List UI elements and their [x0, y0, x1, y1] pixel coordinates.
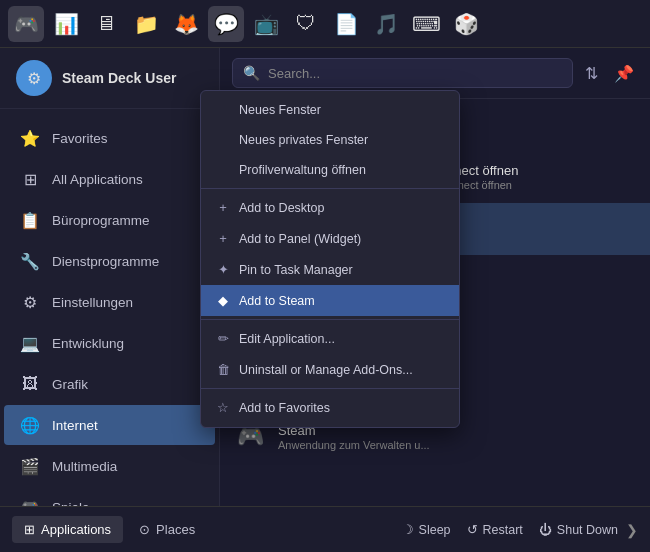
ctx-item-add-to-favorites[interactable]: ☆Add to Favorites	[201, 392, 459, 423]
sidebar-item-einstellungen[interactable]: ⚙ Einstellungen	[4, 282, 215, 322]
firefox-icon[interactable]: 🦊	[168, 6, 204, 42]
ctx-item-uninstall-or-manage-add-ons[interactable]: 🗑Uninstall or Manage Add-Ons...	[201, 354, 459, 385]
steam-deck-icon[interactable]: 🎮	[8, 6, 44, 42]
sidebar: ⚙ Steam Deck User ⭐ Favorites⊞ All Appli…	[0, 48, 220, 506]
sidebar-icon-9: 🎮	[20, 497, 40, 506]
ctx-label-1: Neues privates Fenster	[239, 133, 368, 147]
bottom-tab-icon-0: ⊞	[24, 522, 35, 537]
content-area: 🔍 ⇅ 📌 💬 Discord Internet Messenger 📱 Ein…	[220, 48, 650, 506]
search-input[interactable]	[268, 66, 562, 81]
bottom-action-label-1: Restart	[483, 523, 523, 537]
ctx-item-neues-fenster[interactable]: Neues Fenster	[201, 95, 459, 125]
sidebar-item-grafik[interactable]: 🖼 Grafik	[4, 364, 215, 404]
ctx-label-5: Add to Panel (Widget)	[239, 232, 361, 246]
taskbar: 🎮📊🖥📁🦊💬📺🛡📄🎵⌨🎲	[0, 0, 650, 48]
pin-button[interactable]: 📌	[610, 60, 638, 87]
app-desc-6: Anwendung zum Verwalten u...	[278, 439, 636, 451]
sidebar-label-9: Spiele	[52, 500, 90, 507]
terminal-icon[interactable]: ⌨	[408, 6, 444, 42]
sidebar-icon-5: 💻	[20, 333, 40, 353]
sidebar-label-5: Entwicklung	[52, 336, 124, 351]
discord-icon[interactable]: 💬	[208, 6, 244, 42]
sidebar-label-7: Internet	[52, 418, 98, 433]
bottom-action-icon-0: ☽	[402, 522, 414, 537]
bottom-chevron-icon[interactable]: ❯	[626, 522, 638, 538]
bottom-actions: ☽ Sleep↺ Restart⏻ Shut Down	[402, 522, 618, 537]
sidebar-item-internet[interactable]: 🌐 Internet	[4, 405, 215, 445]
sidebar-item-spiele[interactable]: 🎮 Spiele	[4, 487, 215, 506]
ctx-label-0: Neues Fenster	[239, 103, 321, 117]
sidebar-icon-7: 🌐	[20, 415, 40, 435]
ctx-label-4: Add to Desktop	[239, 201, 324, 215]
sidebar-label-8: Multimedia	[52, 459, 117, 474]
ctx-separator-8	[201, 319, 459, 320]
search-icon: 🔍	[243, 65, 260, 81]
sidebar-label-3: Dienstprogramme	[52, 254, 159, 269]
ctx-item-edit-application[interactable]: ✏Edit Application...	[201, 323, 459, 354]
bottom-tab-applications[interactable]: ⊞ Applications	[12, 516, 123, 543]
bottom-action-icon-2: ⏻	[539, 523, 552, 537]
sidebar-item-favorites[interactable]: ⭐ Favorites	[4, 118, 215, 158]
ctx-icon-6: ✦	[215, 262, 231, 277]
user-header: ⚙ Steam Deck User	[0, 48, 219, 109]
sidebar-item-multimedia[interactable]: 🎬 Multimedia	[4, 446, 215, 486]
bottom-action-label-0: Sleep	[419, 523, 451, 537]
sidebar-item-entwicklung[interactable]: 💻 Entwicklung	[4, 323, 215, 363]
sidebar-icon-6: 🖼	[20, 374, 40, 394]
sidebar-icon-0: ⭐	[20, 128, 40, 148]
sidebar-label-0: Favorites	[52, 131, 108, 146]
context-menu: Neues FensterNeues privates FensterProfi…	[200, 90, 460, 428]
sidebar-item-büroprogramme[interactable]: 📋 Büroprogramme	[4, 200, 215, 240]
filter-button[interactable]: ⇅	[581, 60, 602, 87]
bottom-action-restart[interactable]: ↺ Restart	[467, 522, 523, 537]
ctx-item-profilverwaltung-öffnen[interactable]: Profilverwaltung öffnen	[201, 155, 459, 185]
bottom-bar: ⊞ Applications⊙ Places ☽ Sleep↺ Restart⏻…	[0, 506, 650, 552]
sidebar-icon-4: ⚙	[20, 292, 40, 312]
bottom-action-sleep[interactable]: ☽ Sleep	[402, 522, 451, 537]
sidebar-item-all-applications[interactable]: ⊞ All Applications	[4, 159, 215, 199]
ctx-label-7: Add to Steam	[239, 294, 315, 308]
screen-icon[interactable]: 📺	[248, 6, 284, 42]
file-icon[interactable]: 📄	[328, 6, 364, 42]
ctx-icon-7: ◆	[215, 293, 231, 308]
ctx-label-9: Edit Application...	[239, 332, 335, 346]
user-name: Steam Deck User	[62, 70, 176, 86]
sidebar-icon-2: 📋	[20, 210, 40, 230]
ctx-label-2: Profilverwaltung öffnen	[239, 163, 366, 177]
ctx-label-6: Pin to Task Manager	[239, 263, 353, 277]
sidebar-icon-1: ⊞	[20, 169, 40, 189]
sidebar-label-1: All Applications	[52, 172, 143, 187]
search-input-wrap[interactable]: 🔍	[232, 58, 573, 88]
bottom-action-label-2: Shut Down	[557, 523, 618, 537]
ctx-label-12: Add to Favorites	[239, 401, 330, 415]
ctx-icon-10: 🗑	[215, 362, 231, 377]
ctx-item-add-to-panel-(widget)[interactable]: +Add to Panel (Widget)	[201, 223, 459, 254]
shield-icon[interactable]: 🛡	[288, 6, 324, 42]
ctx-separator-11	[201, 388, 459, 389]
steam-icon[interactable]: 🎲	[448, 6, 484, 42]
ctx-icon-9: ✏	[215, 331, 231, 346]
ctx-icon-12: ☆	[215, 400, 231, 415]
ctx-icon-4: +	[215, 200, 231, 215]
sidebar-label-2: Büroprogramme	[52, 213, 150, 228]
sidebar-item-dienstprogramme[interactable]: 🔧 Dienstprogramme	[4, 241, 215, 281]
bottom-action-shut-down[interactable]: ⏻ Shut Down	[539, 523, 618, 537]
sidebar-label-4: Einstellungen	[52, 295, 133, 310]
ctx-icon-5: +	[215, 231, 231, 246]
ctx-item-pin-to-task-manager[interactable]: ✦Pin to Task Manager	[201, 254, 459, 285]
ctx-item-neues-privates-fenster[interactable]: Neues privates Fenster	[201, 125, 459, 155]
files-icon[interactable]: 📁	[128, 6, 164, 42]
bottom-tab-label-0: Applications	[41, 522, 111, 537]
sidebar-label-6: Grafik	[52, 377, 88, 392]
kde-icon[interactable]: 🖥	[88, 6, 124, 42]
ctx-label-10: Uninstall or Manage Add-Ons...	[239, 363, 413, 377]
ctx-item-add-to-steam[interactable]: ◆Add to Steam	[201, 285, 459, 316]
search-actions: ⇅ 📌	[581, 60, 638, 87]
avatar: ⚙	[16, 60, 52, 96]
bottom-tab-icon-1: ⊙	[139, 522, 150, 537]
taskmanager-icon[interactable]: 📊	[48, 6, 84, 42]
bottom-tab-places[interactable]: ⊙ Places	[127, 516, 207, 543]
spotify-icon[interactable]: 🎵	[368, 6, 404, 42]
ctx-item-add-to-desktop[interactable]: +Add to Desktop	[201, 192, 459, 223]
bottom-tab-label-1: Places	[156, 522, 195, 537]
